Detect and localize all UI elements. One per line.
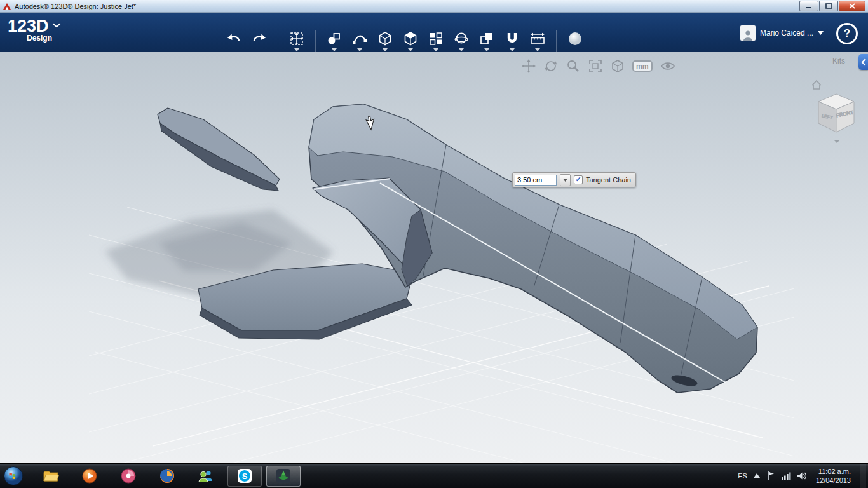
toolbar-separator — [278, 30, 278, 52]
dropdown-caret-icon — [408, 48, 413, 51]
transform-move-icon — [288, 30, 305, 47]
units-button[interactable]: mm — [632, 60, 653, 72]
123d-design-taskbar-button[interactable] — [266, 466, 301, 487]
zoom-icon[interactable] — [566, 58, 581, 74]
dimension-input-popup: ✓ Tangent Chain — [512, 172, 636, 187]
snap-button[interactable] — [499, 30, 525, 51]
system-tray: ES 11:02 a.m. 12/04/2013 — [738, 464, 868, 488]
dropdown-caret-icon — [294, 48, 299, 51]
taskbar-apps: S — [34, 464, 301, 488]
svg-text:S: S — [242, 471, 248, 481]
messenger-taskbar-button[interactable] — [189, 466, 223, 487]
windows-taskbar: S ES — [0, 463, 868, 488]
sketch-button[interactable] — [347, 30, 372, 51]
transform-button[interactable] — [284, 30, 309, 51]
toolbar-separator — [556, 30, 557, 52]
chevron-down-icon — [818, 31, 824, 35]
pattern-button[interactable] — [423, 30, 449, 51]
firefox-taskbar-button[interactable] — [150, 466, 184, 487]
dimension-input[interactable] — [515, 175, 557, 186]
orbit-icon[interactable] — [543, 58, 559, 74]
skype-taskbar-button[interactable]: S — [227, 466, 262, 487]
dropdown-caret-icon — [510, 48, 515, 51]
messenger-icon — [198, 468, 214, 484]
pinned-app-icon — [120, 468, 137, 484]
magnet-icon — [504, 30, 520, 47]
show-desktop-button[interactable] — [860, 464, 866, 488]
dropdown-caret-icon — [433, 48, 438, 51]
user-avatar — [740, 25, 756, 41]
material-sphere-icon — [567, 30, 583, 47]
chevron-down-icon — [563, 179, 567, 182]
window-titlebar[interactable]: Autodesk® 123D® Design: Justice Jet* — [0, 0, 868, 13]
dropdown-caret-icon — [383, 48, 388, 51]
pan-icon[interactable] — [521, 58, 536, 74]
person-icon — [742, 29, 754, 41]
checkmark-icon: ✓ — [575, 175, 581, 183]
volume-icon[interactable] — [797, 471, 807, 480]
sketch-icon — [351, 30, 368, 47]
undo-icon — [226, 30, 242, 47]
fit-view-icon[interactable] — [588, 58, 603, 74]
extrude-button[interactable] — [398, 30, 423, 51]
network-signal-icon[interactable] — [781, 471, 791, 480]
dropdown-caret-icon — [535, 48, 540, 51]
close-button[interactable] — [839, 1, 865, 11]
combine-button[interactable] — [474, 30, 499, 51]
help-label: ? — [844, 27, 850, 40]
123d-design-app-icon — [275, 468, 292, 484]
toolbar-separator — [315, 30, 316, 52]
desktop: Autodesk® 123D® Design: Justice Jet* 123… — [0, 0, 868, 488]
chamfer-button[interactable] — [372, 30, 398, 51]
dropdown-caret-icon — [484, 48, 489, 51]
minimize-button[interactable] — [799, 1, 818, 11]
visibility-eye-icon[interactable] — [660, 58, 676, 74]
app-header: 123D Design — [0, 13, 868, 52]
window-title: Autodesk® 123D® Design: Justice Jet* — [15, 3, 136, 10]
chevron-left-icon — [861, 58, 866, 66]
viewcube[interactable]: FRONT LEFT — [818, 94, 854, 132]
viewport-toolbar: mm — [521, 58, 676, 74]
language-indicator[interactable]: ES — [738, 472, 747, 480]
help-button[interactable]: ? — [836, 23, 858, 44]
viewcube-widget[interactable]: FRONT LEFT — [807, 79, 865, 145]
user-account-menu[interactable]: Mario Caiced ... — [740, 25, 824, 41]
maximize-button[interactable] — [819, 1, 838, 11]
view-settings-icon[interactable] — [610, 58, 625, 74]
dropdown-caret-icon — [459, 48, 464, 51]
autodesk-app-icon — [3, 2, 11, 11]
viewcube-menu-caret-icon[interactable] — [834, 140, 840, 143]
revolve-button[interactable] — [449, 30, 474, 51]
undo-button[interactable] — [221, 30, 247, 47]
firefox-icon — [159, 468, 175, 484]
kits-panel-toggle[interactable] — [858, 54, 868, 70]
skype-icon: S — [236, 468, 253, 484]
home-icon[interactable] — [812, 81, 821, 89]
dimension-dropdown-button[interactable] — [560, 174, 571, 186]
revolve-icon — [453, 30, 470, 47]
clock-date: 12/04/2013 — [816, 476, 851, 485]
measure-button[interactable] — [525, 30, 550, 51]
tangent-chain-checkbox[interactable]: ✓ — [574, 175, 583, 184]
hidden-icons-chevron-icon[interactable] — [753, 473, 761, 478]
user-name: Mario Caiced ... — [760, 29, 813, 37]
measure-icon — [529, 30, 546, 47]
media-player-taskbar-button[interactable] — [72, 466, 107, 487]
material-button[interactable] — [562, 30, 588, 47]
redo-button[interactable] — [247, 30, 272, 47]
taskbar-clock[interactable]: 11:02 a.m. 12/04/2013 — [816, 467, 851, 485]
primitives-button[interactable] — [322, 30, 347, 51]
app-menu-logo[interactable]: 123D Design — [8, 17, 52, 43]
3d-scene — [0, 52, 868, 464]
model-detached-wing-part[interactable] — [158, 108, 280, 191]
start-button[interactable] — [3, 466, 24, 486]
logo-chevron-icon[interactable] — [52, 23, 61, 28]
pinned-app-taskbar-button[interactable] — [111, 466, 146, 487]
logo-subtext: Design — [27, 34, 52, 43]
3d-viewport[interactable]: mm Kits FRONT LE — [0, 52, 868, 464]
action-center-flag-icon[interactable] — [766, 471, 775, 481]
model-jet-body[interactable] — [309, 104, 757, 393]
explorer-taskbar-button[interactable] — [34, 466, 68, 487]
combine-icon — [478, 30, 495, 47]
media-player-icon — [81, 468, 98, 484]
